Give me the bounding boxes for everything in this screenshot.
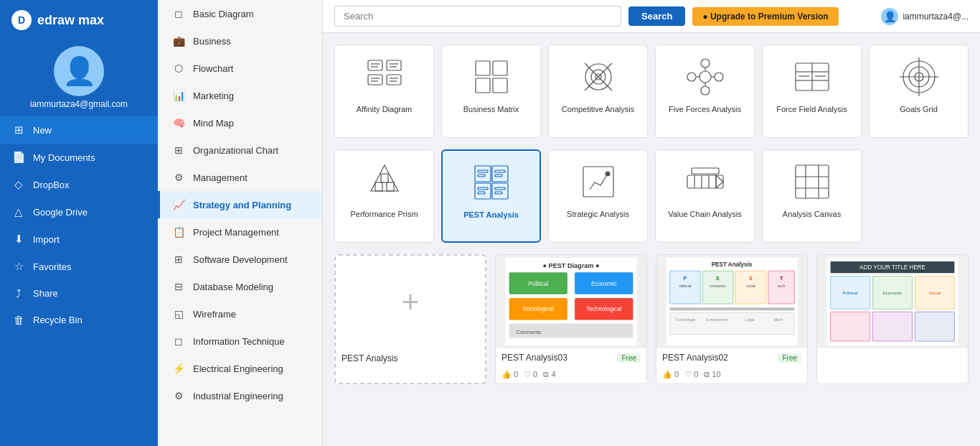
pest02-hearts: ♡ 0 [684,370,698,379]
business-matrix-icon [470,55,513,98]
middle-item-info-tech-label: Information Technique [193,336,285,347]
template-card-strategic[interactable]: Strategic Analysis [548,149,648,243]
template-card-affinity-diagram[interactable]: Affinity Diagram [334,45,434,138]
svg-rect-49 [387,182,394,191]
svg-text:Comments: Comments [517,330,542,335]
new-template-thumb: + [336,256,485,349]
sidebar-item-dropbox[interactable]: ◇ DropBox [0,171,158,198]
svg-text:conomic: conomic [710,283,726,288]
app-logo: D edraw max [0,0,158,40]
recent-card-new[interactable]: + PEST Analysis [334,254,486,384]
pest03-preview: ● PEST Diagram ● Political Economic Soci… [499,258,644,345]
middle-item-flowchart[interactable]: ⬡ Flowchart [158,55,322,82]
main-content: Search ● Upgrade to Premium Version 👤 ia… [323,0,980,446]
middle-item-wireframe-label: Wireframe [193,309,236,320]
user-avatar: 👤 [54,46,104,96]
svg-text:PEST Analysis: PEST Analysis [712,261,753,268]
svg-point-23 [701,86,710,95]
svg-text:P: P [684,276,687,282]
template-card-pest[interactable]: PEST Analysis [441,149,541,243]
project-management-icon: 📋 [171,226,186,238]
software-dev-icon: ⊞ [171,254,186,265]
svg-text:ech: ech [778,283,785,288]
new-icon: ⊞ [11,124,26,136]
svg-rect-61 [495,187,505,190]
middle-item-electrical[interactable]: ⚡ Electrical Engineering [158,355,322,382]
svg-text:Political: Political [843,290,858,295]
plus-icon: + [402,285,420,320]
svg-text:Political: Political [528,281,548,287]
pest03-badge: Free [617,353,641,363]
template-card-force-field[interactable]: Force Field Analysis [762,45,862,138]
svg-text:olitical: olitical [679,283,691,288]
svg-rect-59 [478,187,488,190]
template-card-value-chain[interactable]: Value Chain Analysis [655,149,755,243]
topbar: Search ● Upgrade to Premium Version 👤 ia… [323,0,980,33]
sidebar-item-recycle-bin[interactable]: 🗑 Recycle Bin [0,307,158,333]
goals-grid-label: Goals Grid [900,104,938,114]
strategy-icon: 📈 [171,199,186,210]
template-card-analysis-canvas[interactable]: Analysis Canvas [762,149,862,243]
template-grid-row1: Affinity Diagram Business Matrix [334,45,969,138]
sidebar-item-import[interactable]: ⬇ Import [0,226,158,253]
middle-item-org-chart[interactable]: ⊞ Organizational Chart [158,136,322,164]
strategic-icon [577,160,620,203]
empty-slot [869,149,969,243]
category-panel: ◻ Basic Diagram 💼 Business ⬡ Flowchart 📊… [158,0,323,446]
svg-point-21 [699,71,711,83]
sidebar-item-google-drive[interactable]: △ Google Drive [0,198,158,226]
recent-card-pest03[interactable]: ● PEST Diagram ● Political Economic Soci… [495,254,647,384]
recent-card-pest02[interactable]: PEST Analysis P olitical E conomic S oci… [656,254,808,384]
svg-rect-3 [387,75,401,85]
middle-item-wireframe[interactable]: ◱ Wireframe [158,300,322,327]
sidebar-item-favorites[interactable]: ☆ Favorites [0,253,158,280]
svg-rect-122 [873,312,913,341]
middle-item-management[interactable]: ⚙ Management [158,164,322,191]
svg-text:S: S [749,276,753,282]
pest03-thumb: ● PEST Diagram ● Political Economic Soci… [496,255,646,348]
recent-card-pest04[interactable]: ADD YOUR TITLE HERE Political Economic S… [816,254,969,384]
template-card-performance-prism[interactable]: Performance Prism [334,149,434,243]
new-card-footer: PEST Analysis [336,349,485,368]
template-card-five-forces[interactable]: Five Forces Analysis [655,45,755,138]
middle-item-mind-map[interactable]: 🧠 Mind Map [158,109,322,136]
middle-item-software-dev-label: Software Development [193,254,288,265]
svg-rect-1 [387,60,401,70]
template-grid-row2: Performance Prism [334,149,969,243]
middle-item-info-tech[interactable]: ◻ Information Technique [158,327,322,355]
middle-item-software-dev[interactable]: ⊞ Software Development [158,246,322,273]
topbar-left: Search ● Upgrade to Premium Version [334,6,874,27]
middle-item-strategy[interactable]: 📈 Strategy and Planning [158,191,322,218]
import-icon: ⬇ [11,233,26,246]
template-card-business-matrix[interactable]: Business Matrix [441,45,541,138]
middle-item-industrial-label: Industrial Engineering [193,391,283,401]
middle-item-project-management[interactable]: 📋 Project Management [158,218,322,246]
svg-rect-62 [495,192,502,194]
sidebar-item-share[interactable]: ⤴ Share [0,280,158,307]
template-card-goals-grid[interactable]: Goals Grid [869,45,969,138]
template-card-competitive[interactable]: Competitive Analysis [548,45,648,138]
search-input[interactable] [334,6,621,27]
svg-rect-53 [475,183,491,199]
goals-grid-icon [897,55,941,98]
database-icon: ⊟ [171,281,186,292]
svg-rect-71 [692,168,719,174]
middle-item-industrial[interactable]: ⚙ Industrial Engineering [158,382,322,409]
analysis-canvas-icon [791,160,834,203]
pest02-footer: PEST Analysis02 Free [656,348,807,367]
sidebar-item-my-documents[interactable]: 📄 My Documents [0,144,158,171]
username: iammurtaza4@gmail.com [30,99,128,109]
user-area[interactable]: 👤 iammurtaza4@... [881,8,969,25]
info-tech-icon: ◻ [171,335,186,347]
middle-item-basic-diagram[interactable]: ◻ Basic Diagram [158,0,322,27]
middle-item-marketing[interactable]: 📊 Marketing [158,82,322,109]
logo-icon: D [11,10,32,30]
middle-item-business-label: Business [193,36,231,47]
sidebar-item-new[interactable]: ⊞ New [0,116,158,144]
pest02-thumb: PEST Analysis P olitical E conomic S oci… [656,255,807,348]
middle-item-database[interactable]: ⊟ Database Modeling [158,273,322,300]
middle-item-strategy-label: Strategy and Planning [193,200,291,210]
middle-item-business[interactable]: 💼 Business [158,27,322,55]
search-button[interactable]: Search [628,6,685,26]
upgrade-button[interactable]: ● Upgrade to Premium Version [692,7,838,26]
